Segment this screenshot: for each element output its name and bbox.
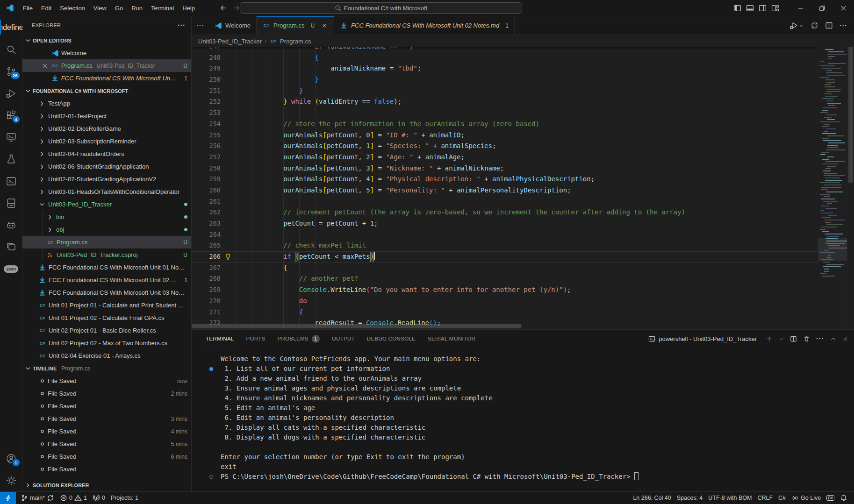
- tree-item[interactable]: C#Unit 02 Project 02 - Max of Two Number…: [22, 337, 191, 349]
- breadcrumb-item[interactable]: Unit03-Ped_ID_Tracker: [198, 38, 262, 45]
- menu-help[interactable]: Help: [178, 3, 199, 14]
- back-arrow-icon[interactable]: [219, 4, 226, 12]
- code-line[interactable]: 247 if (animalNickname == ""): [192, 47, 818, 52]
- code-line[interactable]: 255 ourAnimals[petCount, 0] = "ID #: " +…: [192, 130, 818, 141]
- status-problems[interactable]: 01: [57, 492, 90, 504]
- status-csharp-extension[interactable]: C#: [824, 492, 837, 504]
- tab-fcc-foundational-cs-with-microsoft-unit-02-notes-md[interactable]: FCC Foundational CS With Microsoft Unit …: [334, 16, 515, 35]
- activity-copilot-bot[interactable]: [0, 214, 22, 236]
- code-line[interactable]: 262 // increment petCount (the array is …: [192, 207, 818, 218]
- status-cursor-position[interactable]: Ln 266, Col 40: [630, 492, 674, 504]
- close-tab-icon[interactable]: [321, 22, 328, 29]
- status-projects[interactable]: Projects: 1: [108, 492, 141, 504]
- activity-testing[interactable]: [0, 148, 22, 170]
- timeline-item[interactable]: File Savednow: [22, 375, 191, 387]
- code-line[interactable]: 261: [192, 196, 818, 207]
- code-line[interactable]: 268 // another pet?: [192, 273, 818, 284]
- menu-view[interactable]: View: [89, 3, 111, 14]
- tab-welcome[interactable]: Welcome: [208, 16, 257, 35]
- activity-accounts[interactable]: 1: [0, 447, 22, 469]
- status-language-mode[interactable]: C#: [775, 492, 789, 504]
- code-editor[interactable]: 247 if (animalNickname == "")248 {249 an…: [192, 47, 854, 329]
- tree-item[interactable]: Unit03-Ped_ID_Tracker: [22, 198, 191, 211]
- command-center-search[interactable]: Foundational C# with Microsoft: [240, 2, 522, 14]
- timeline-item[interactable]: File Saved3 mins: [22, 412, 191, 425]
- code-line[interactable]: 250 }: [192, 74, 818, 85]
- activity-json-view[interactable]: Json: [0, 258, 22, 280]
- tree-item[interactable]: Unit02-06-StudentGradingApplication: [22, 160, 191, 173]
- section-solution-explorer[interactable]: SOLUTION EXPLORER: [22, 479, 191, 491]
- activity-remote-explorer[interactable]: [0, 126, 22, 148]
- minimize-button[interactable]: [789, 0, 811, 16]
- code-line[interactable]: 252 } while (validEntry == false);: [192, 96, 818, 107]
- menu-run[interactable]: Run: [127, 3, 147, 14]
- toggle-sidebar-icon[interactable]: [733, 4, 741, 12]
- status-encoding[interactable]: UTF-8 with BOM: [705, 492, 754, 504]
- panel-tab-output[interactable]: OUTPUT: [332, 330, 355, 348]
- code-line[interactable]: 263 petCount = petCount + 1;: [192, 218, 818, 229]
- tree-item[interactable]: FCC Foundational CS With Microsoft Unit …: [22, 286, 191, 299]
- activity-terminal-view[interactable]: [0, 170, 22, 192]
- breadcrumb-item[interactable]: Program.cs: [280, 38, 311, 45]
- activity-source-control[interactable]: 26: [0, 60, 22, 82]
- new-terminal-icon[interactable]: [766, 335, 773, 342]
- tree-item[interactable]: obj: [22, 223, 191, 236]
- open-editor-item[interactable]: Welcome: [22, 47, 191, 59]
- code-line[interactable]: 267 {: [192, 263, 818, 274]
- restore-button[interactable]: [811, 0, 832, 16]
- minimap[interactable]: [818, 47, 847, 329]
- tree-item[interactable]: bin: [22, 211, 191, 223]
- close-window-button[interactable]: [832, 0, 854, 16]
- run-debug-dropdown-icon[interactable]: [789, 21, 804, 30]
- code-line[interactable]: 253: [192, 107, 818, 119]
- status-branch[interactable]: main*: [18, 492, 57, 504]
- code-line[interactable]: 254 // store the pet information in the …: [192, 119, 818, 130]
- panel-more-actions-icon[interactable]: ···: [816, 335, 824, 342]
- tree-item[interactable]: C#Program.csU: [22, 236, 191, 248]
- code-line[interactable]: 249 animalNickname = "tbd";: [192, 63, 818, 74]
- code-line[interactable]: 257 ourAnimals[petCount, 2] = "Age: " + …: [192, 152, 818, 163]
- status-eol[interactable]: CRLF: [754, 492, 775, 504]
- minimap-slider[interactable]: [818, 238, 847, 261]
- close-editor-icon[interactable]: [41, 62, 49, 70]
- status-ports[interactable]: 0: [90, 492, 108, 504]
- tree-item[interactable]: Unit03-Ped_ID_Tracker.csprojU: [22, 248, 191, 261]
- menu-selection[interactable]: Selection: [56, 3, 89, 14]
- open-editor-item[interactable]: C#Program.csUnit03-Ped_ID_TrackerU: [22, 59, 191, 72]
- timeline-item[interactable]: File Saved2 mins: [22, 387, 191, 400]
- code-line[interactable]: 251 }: [192, 85, 818, 97]
- kill-terminal-icon[interactable]: [803, 335, 810, 342]
- timeline-item[interactable]: File Saved: [22, 463, 191, 476]
- command-decoration-dot[interactable]: [209, 367, 213, 371]
- tree-item[interactable]: Unit03-01-HeadsOrTailsWithConditionalOpe…: [22, 185, 191, 198]
- panel-tab-terminal[interactable]: TERMINAL: [206, 330, 234, 348]
- status-go-live[interactable]: Go Live: [789, 492, 824, 504]
- activity-settings[interactable]: [0, 469, 22, 491]
- menu-file[interactable]: File: [19, 3, 37, 14]
- lightbulb-icon[interactable]: [224, 253, 231, 260]
- split-editor-icon[interactable]: [825, 21, 833, 29]
- tree-item[interactable]: C#Unit 02-04 Exercise 01 - Arrays.cs: [22, 349, 191, 362]
- code-line[interactable]: 269 Console.WriteLine("Do you want to en…: [192, 284, 818, 296]
- section-timeline[interactable]: TIMELINEProgram.cs: [22, 362, 191, 375]
- split-terminal-icon[interactable]: [790, 335, 797, 342]
- status-notifications[interactable]: [837, 492, 850, 504]
- code-line[interactable]: 266 if (petCount < maxPets): [192, 251, 818, 263]
- tree-item[interactable]: Unit02-01-TestProject: [22, 110, 191, 122]
- explorer-more-actions-icon[interactable]: ···: [178, 21, 186, 29]
- tree-item[interactable]: Unit02-04-FraudulentOrders: [22, 148, 191, 160]
- code-line[interactable]: 270 do: [192, 296, 818, 307]
- tree-item[interactable]: Unit02-03-SubscriptionReminder: [22, 135, 191, 148]
- timeline-item[interactable]: File Saved5 mins: [22, 438, 191, 450]
- panel-tab-debug-console[interactable]: DEBUG CONSOLE: [367, 330, 416, 348]
- customize-layout-icon[interactable]: [771, 4, 779, 12]
- close-panel-icon[interactable]: [842, 336, 848, 342]
- activity-run-and-debug[interactable]: [0, 82, 22, 104]
- code-line[interactable]: 248 {: [192, 52, 818, 64]
- code-line[interactable]: 258 ourAnimals[petCount, 3] = "Nickname:…: [192, 163, 818, 174]
- section-workspace-folder[interactable]: FOUNDATIONAL C# WITH MICROSOFT: [22, 85, 191, 97]
- panel-tab-ports[interactable]: PORTS: [246, 330, 266, 348]
- panel-tab-problems[interactable]: PROBLEMS1: [277, 330, 319, 348]
- activity-explorer[interactable]: undefined: [0, 16, 22, 38]
- tree-item[interactable]: FCC Foundational CS With Microsoft Unit …: [22, 261, 191, 274]
